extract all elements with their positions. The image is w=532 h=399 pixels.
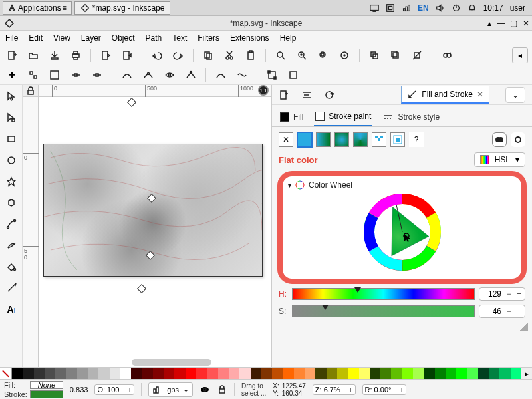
open-button[interactable] — [25, 47, 41, 63]
text-tool[interactable]: A| — [3, 301, 20, 318]
import-button[interactable] — [98, 47, 114, 63]
increment-icon[interactable]: + — [517, 289, 521, 299]
zoom-page-button[interactable] — [315, 47, 331, 63]
color-model-dropdown[interactable]: HSL ▾ — [474, 152, 525, 167]
sat-slider[interactable] — [292, 305, 475, 317]
applications-menu[interactable]: Applications ≡ — [3, 1, 72, 15]
rectangle-tool[interactable] — [3, 130, 20, 148]
volume-icon[interactable] — [436, 3, 445, 13]
cut-button[interactable] — [221, 47, 237, 63]
tray-network-icon[interactable] — [402, 3, 411, 13]
zoom-selection-button[interactable] — [273, 47, 289, 63]
snap-option-4[interactable] — [89, 67, 105, 83]
menu-layer[interactable]: Layer — [81, 33, 101, 43]
layer-visibility-icon[interactable] — [152, 384, 163, 395]
canvas[interactable] — [39, 97, 271, 367]
copy-button[interactable] — [200, 47, 216, 63]
color-wheel[interactable] — [356, 192, 449, 272]
menu-edit[interactable]: Edit — [29, 33, 43, 43]
menu-object[interactable]: Object — [112, 33, 135, 43]
save-button[interactable] — [47, 47, 63, 63]
decrement-icon[interactable]: − — [507, 307, 511, 316]
paint-swatch-button[interactable] — [390, 132, 405, 147]
snap-plus-icon[interactable]: ✚ — [4, 67, 20, 83]
increment-icon[interactable]: + — [348, 386, 352, 394]
sat-spinbox[interactable]: 46 − + — [479, 305, 525, 318]
menu-filters[interactable]: Filters — [198, 33, 219, 43]
node-symmetric-button[interactable] — [162, 67, 178, 83]
taskbar-app-button[interactable]: *map.svg - Inkscape — [74, 1, 171, 15]
tray-display-icon[interactable] — [370, 3, 379, 13]
fill-rule-button[interactable] — [511, 132, 525, 147]
paint-unknown-button[interactable]: ? — [409, 132, 424, 147]
duplicate-button[interactable] — [366, 47, 382, 63]
clone-button[interactable] — [388, 47, 404, 63]
hue-spinbox[interactable]: 129 − + — [479, 287, 525, 301]
decrement-icon[interactable]: − — [507, 289, 511, 299]
toolbar-collapse-button[interactable]: ◂ — [512, 47, 528, 63]
redo-button[interactable] — [170, 47, 186, 63]
snap-option-2[interactable] — [47, 67, 63, 83]
rotation-spinbox[interactable]: R: 0.00° −+ — [362, 384, 407, 395]
node-cusp-button[interactable] — [119, 67, 135, 83]
zoom-drawing-button[interactable] — [294, 47, 310, 63]
print-button[interactable] — [68, 47, 84, 63]
increment-icon[interactable]: + — [128, 386, 132, 394]
hue-thumb[interactable] — [354, 287, 361, 293]
status-stroke-width[interactable]: 0.833 — [70, 386, 88, 394]
status-stroke-value[interactable] — [30, 390, 63, 398]
zoom-spinbox[interactable]: Z: 6.7% −+ — [313, 384, 356, 395]
tray-app-icon[interactable] — [386, 3, 395, 13]
decrement-icon[interactable]: − — [393, 386, 397, 394]
menu-extensions[interactable]: Extensions — [230, 33, 269, 43]
calligraphy-tool[interactable] — [3, 237, 20, 254]
tab-stroke-paint[interactable]: Stroke paint — [314, 109, 372, 126]
window-titlebar[interactable]: *map.svg - Inkscape ▴ — ▢ ✕ — [0, 16, 532, 31]
node-auto-button[interactable] — [183, 67, 199, 83]
decrement-icon[interactable]: − — [342, 386, 346, 394]
palette-swatches[interactable] — [12, 368, 521, 379]
undo-button[interactable] — [149, 47, 165, 63]
display-units-button[interactable]: 1:1 — [258, 85, 269, 96]
ruler-vertical[interactable]: 0 5 0 — [23, 97, 39, 367]
canvas-area[interactable]: 0 500 1000 1:1 0 5 0 — [23, 85, 271, 367]
paint-none-button[interactable]: ✕ — [279, 132, 293, 147]
menu-help[interactable]: Help — [280, 33, 297, 43]
paste-button[interactable] — [243, 47, 259, 63]
segment-curve-button[interactable] — [234, 67, 250, 83]
pen-tool[interactable] — [3, 215, 20, 233]
window-maximize-button[interactable]: ▢ — [510, 19, 517, 28]
paint-flat-button[interactable] — [297, 132, 312, 147]
layer-selector[interactable]: gps ⌄ — [148, 382, 193, 397]
unlink-clone-button[interactable] — [409, 47, 425, 63]
zoom-center-button[interactable] — [336, 47, 352, 63]
layer-visibility-toggle-icon[interactable] — [200, 384, 210, 395]
3dbox-tool[interactable] — [3, 194, 20, 211]
segment-line-button[interactable] — [213, 67, 229, 83]
close-panel-icon[interactable]: ✕ — [477, 90, 483, 99]
palette-none-swatch[interactable] — [0, 368, 12, 379]
star-tool[interactable] — [3, 173, 20, 190]
layer-lock-icon[interactable] — [217, 384, 227, 395]
export-button[interactable] — [119, 47, 135, 63]
snap-option-1[interactable] — [25, 67, 41, 83]
clock[interactable]: 10:17 — [483, 3, 503, 13]
status-fill-stroke[interactable]: Fill: None Stroke: — [4, 380, 63, 398]
menu-text[interactable]: Text — [172, 33, 187, 43]
increment-icon[interactable]: + — [400, 386, 404, 394]
sat-thumb[interactable] — [322, 305, 329, 310]
pencil-tool[interactable] — [3, 279, 20, 297]
dock-new-doc-icon[interactable] — [279, 90, 289, 100]
palette-menu-button[interactable]: ▸ — [521, 368, 532, 379]
increment-icon[interactable]: + — [517, 307, 521, 316]
notifications-icon[interactable] — [467, 3, 477, 13]
snap-option-3[interactable] — [68, 67, 84, 83]
ruler-horizontal[interactable]: 0 500 1000 1:1 — [39, 85, 271, 97]
tab-fill[interactable]: Fill — [279, 109, 305, 126]
menu-path[interactable]: Path — [146, 33, 162, 43]
stroke-to-path-button[interactable] — [285, 67, 301, 83]
canvas-horizontal-scrollbar[interactable] — [132, 359, 211, 366]
window-rollup-button[interactable]: ▴ — [487, 19, 491, 28]
decrement-icon[interactable]: − — [121, 386, 125, 394]
hue-slider[interactable] — [292, 288, 475, 300]
